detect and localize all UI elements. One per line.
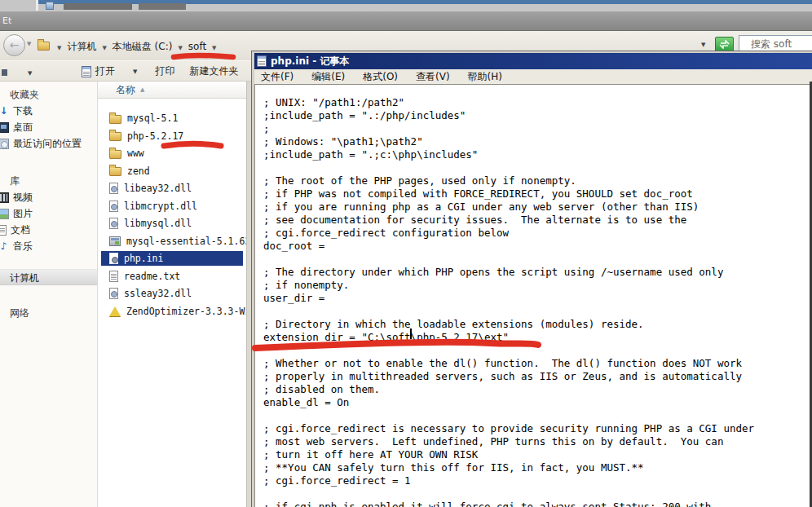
menu-item[interactable]: 编辑(E) <box>311 70 345 84</box>
file-row[interactable]: libmysql.dll <box>101 216 246 231</box>
background-window-top <box>0 0 812 11</box>
pictures-icon <box>0 209 9 219</box>
file-row[interactable]: php-5.2.17 <box>101 129 246 143</box>
video-icon <box>0 192 9 203</box>
sidebar-item-label: 音乐 <box>13 240 33 254</box>
sidebar-item-桌面[interactable]: 桌面 <box>0 119 97 135</box>
background-window-title-text <box>139 3 186 10</box>
notepad-file-icon <box>82 66 91 77</box>
folder-icon <box>109 150 121 159</box>
file-name: libmcrypt.dll <box>124 201 197 212</box>
sidebar-item-库[interactable]: 库 <box>0 173 97 189</box>
breadcrumb-item[interactable]: 本地磁盘 (C:) <box>113 41 173 52</box>
sidebar-group: 计算机 <box>0 269 97 285</box>
print-button[interactable]: 打印 <box>152 63 178 80</box>
notepad-title: php.ini - 记事本 <box>271 55 349 68</box>
file-name: ZendOptimizer-3.3.3-Windo <box>126 306 246 317</box>
folder-icon <box>109 115 121 124</box>
sidebar-item-图片[interactable]: 图片 <box>0 205 97 222</box>
file-name: mysql-5.1 <box>127 112 178 124</box>
notepad-titlebar[interactable]: php.ini - 记事本 <box>254 53 812 69</box>
sidebar-item-下载[interactable]: ↓下载 <box>0 103 97 119</box>
menu-item[interactable]: 格式(O) <box>363 70 398 84</box>
breadcrumb-items: ▼计算机▼本地磁盘 (C:)▼soft▼ <box>51 37 222 54</box>
sidebar-item-视频[interactable]: 视频 <box>0 189 97 205</box>
file-name: ssleay32.dll <box>124 288 192 299</box>
sidebar-item-最近访问的位置[interactable]: 最近访问的位置 <box>0 135 97 152</box>
file-row[interactable]: php.ini <box>101 251 243 266</box>
crumb-separator-icon: ▼ <box>102 45 106 51</box>
sidebar-group: 网络 <box>0 305 97 321</box>
organize-button-fragment[interactable] <box>2 69 7 76</box>
download-icon: ↓ <box>0 106 9 117</box>
back-button[interactable]: ← <box>3 34 25 56</box>
file-name: libeay32.dll <box>124 183 192 194</box>
sort-ascending-icon: ▲ <box>140 86 144 93</box>
sidebar-item-label: 桌面 <box>13 121 33 134</box>
sidebar-item-收藏夹[interactable]: 收藏夹 <box>0 86 97 103</box>
new-folder-button[interactable]: 新建文件夹 <box>186 63 241 80</box>
open-dropdown-icon[interactable]: ▼ <box>133 68 137 75</box>
background-window-edge <box>36 0 38 11</box>
folder-icon <box>109 132 121 141</box>
file-row[interactable]: readme.txt <box>101 269 246 284</box>
open-button-label: 打开 <box>95 64 115 78</box>
file-name: www <box>127 148 144 159</box>
php-ini-text: ; UNIX: "/path1:/path2" ;include_path = … <box>255 85 812 507</box>
screenshot-root: Et ← ▼ ▼计算机▼本地磁盘 (C:)▼soft▼ ▼ 搜索 soft <box>0 0 812 507</box>
new-folder-button-label: 新建文件夹 <box>189 64 238 78</box>
name-column-header[interactable]: 名称 ▲ <box>98 82 246 99</box>
menu-item[interactable]: 查看(V) <box>416 70 450 84</box>
crumb-separator-icon: ▼ <box>57 45 61 51</box>
file-row[interactable]: libeay32.dll <box>101 181 246 196</box>
sidebar-item-网络[interactable]: 网络 <box>0 305 97 321</box>
crumb-separator-icon: ▼ <box>212 45 216 51</box>
folder-icon <box>38 42 50 51</box>
open-button[interactable]: 打开 <box>78 63 118 80</box>
crumb-separator-icon: ▼ <box>178 45 182 51</box>
navigation-pane: 收藏夹↓下载桌面最近访问的位置库视频图片文档♪音乐计算机网络 <box>0 82 98 507</box>
refresh-arrows-icon <box>719 40 730 49</box>
desktop-icon <box>0 122 9 133</box>
sidebar-item-label: 视频 <box>13 191 33 205</box>
dll-icon <box>109 288 118 299</box>
history-chevron-icon[interactable]: ▼ <box>27 41 31 47</box>
notepad-app-icon <box>257 55 267 67</box>
breadcrumb: ▼计算机▼本地磁盘 (C:)▼soft▼ <box>38 36 222 55</box>
explorer-main: 收藏夹↓下载桌面最近访问的位置库视频图片文档♪音乐计算机网络 名称 ▲ mysq… <box>0 82 258 507</box>
breadcrumb-item[interactable]: soft <box>188 41 206 52</box>
sidebar-group: 收藏夹↓下载桌面最近访问的位置 <box>0 86 97 152</box>
sidebar-item-文档[interactable]: 文档 <box>0 222 97 238</box>
file-name: php.ini <box>124 253 163 264</box>
menu-item[interactable]: 文件(F) <box>261 70 293 84</box>
organize-dropdown-icon[interactable]: ▼ <box>28 70 32 77</box>
file-row[interactable]: zend <box>101 164 246 179</box>
ini-icon <box>109 253 118 264</box>
recent-places-icon <box>0 139 9 149</box>
background-window-icon <box>46 2 54 10</box>
file-row[interactable]: mysql-essential-5.1.63-wi <box>101 234 246 249</box>
file-row[interactable]: www <box>101 146 246 161</box>
notepad-window: php.ini - 记事本 文件(F)编辑(E)格式(O)查看(V)帮助(H) … <box>251 51 812 507</box>
address-dropdown-icon[interactable]: ▼ <box>701 42 705 48</box>
file-name: readme.txt <box>124 271 180 282</box>
breadcrumb-item[interactable]: 计算机 <box>67 41 96 52</box>
sidebar-item-label: 文档 <box>11 223 30 237</box>
file-row[interactable]: libmcrypt.dll <box>101 199 246 214</box>
sidebar-item-音乐[interactable]: ♪音乐 <box>0 238 97 254</box>
menu-item[interactable]: 帮助(H) <box>468 70 502 84</box>
folder-icon <box>109 167 121 176</box>
zend-installer-icon <box>109 306 121 316</box>
search-prompt: 搜索 soft <box>751 38 792 50</box>
file-row[interactable]: ZendOptimizer-3.3.3-Windo <box>101 304 246 319</box>
notepad-text-area[interactable]: ; UNIX: "/path1:/path2" ;include_path = … <box>254 84 812 507</box>
file-row[interactable]: mysql-5.1 <box>101 111 246 126</box>
file-row[interactable]: ssleay32.dll <box>101 286 246 301</box>
file-name: zend <box>127 165 150 177</box>
print-button-label: 打印 <box>155 64 174 78</box>
file-list-panel: 名称 ▲ mysql-5.1php-5.2.17wwwzendlibeay32.… <box>98 82 246 507</box>
sidebar-group: 库视频图片文档♪音乐 <box>0 173 97 254</box>
sidebar-item-计算机[interactable]: 计算机 <box>0 269 97 285</box>
name-column-label: 名称 <box>116 83 135 97</box>
background-window-title-text <box>64 3 132 10</box>
